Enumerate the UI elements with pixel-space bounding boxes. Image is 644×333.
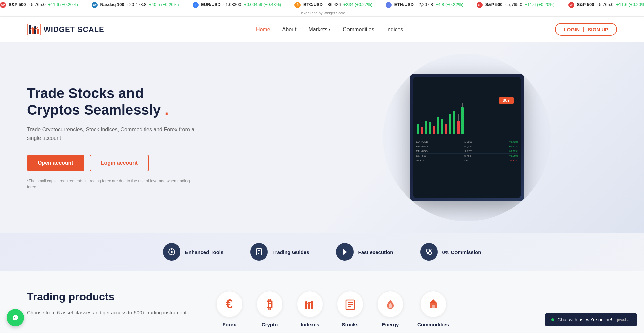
zero-commission-icon [420, 243, 438, 261]
energy-label: Energy [382, 322, 399, 327]
svg-marker-27 [430, 299, 437, 303]
svg-rect-21 [311, 301, 313, 309]
energy-icon [384, 298, 396, 310]
svg-rect-19 [305, 301, 307, 309]
product-energy[interactable]: Energy [377, 291, 404, 327]
svg-point-6 [171, 251, 173, 253]
feature-fast-execution: Fast execution [336, 243, 393, 261]
logo[interactable]: WIDGET SCALE [27, 22, 104, 37]
commodities-label: Commodities [417, 322, 449, 327]
hero-buttons: Open account Login account [27, 155, 201, 171]
hero-subtitle: Trade Cryptocurrencies, Stock Indices, C… [27, 125, 201, 143]
product-stocks[interactable]: Stocks [337, 291, 364, 327]
auth-button[interactable]: LOGIN | SIGN UP [555, 23, 617, 36]
products-subtitle: Choose from 6 asset classes and get acce… [27, 309, 189, 317]
hero-title: Trade Stocks and Cryptos Seamlessly . [27, 85, 201, 119]
ticker-attribution: Ticker Tape by Widget Scale [0, 10, 644, 17]
hero-circle: BUY [383, 54, 551, 221]
crypto-label: Crypto [262, 322, 278, 327]
product-indexes[interactable]: Indexes [297, 291, 323, 327]
hero-section: Trade Stocks and Cryptos Seamlessly . Tr… [0, 42, 644, 233]
stocks-icon-circle [337, 291, 364, 318]
login-account-button[interactable]: Login account [90, 155, 149, 171]
products-right: € Forex ₿ Crypto Indexes [216, 291, 449, 327]
mockup-screen: BUY [413, 77, 521, 198]
forex-label: Forex [223, 322, 236, 327]
feature-zero-commission-label: 0% Commission [442, 249, 481, 255]
nav-item-home[interactable]: Home [256, 26, 270, 33]
fast-execution-icon [336, 243, 354, 261]
signup-text: SIGN UP [588, 26, 608, 32]
product-forex[interactable]: € Forex [216, 291, 243, 327]
chat-widget-brand: jivochat [617, 317, 631, 322]
svg-rect-20 [308, 303, 310, 309]
feature-zero-commission: 0% Commission [420, 243, 481, 261]
nav-auth: LOGIN | SIGN UP [555, 23, 617, 36]
indexes-icon [304, 298, 316, 310]
crypto-icon-circle: ₿ [256, 291, 283, 318]
crypto-icon: ₿ [267, 298, 273, 311]
whatsapp-icon [11, 313, 20, 322]
chat-online-dot [551, 318, 554, 321]
feature-fast-execution-label: Fast execution [358, 249, 393, 255]
ticker-tape: SP S&P 500 · 5,765.0 +11.6 (+0.20%) 100 … [0, 0, 644, 10]
feature-enhanced-tools-label: Enhanced Tools [185, 249, 224, 255]
svg-marker-15 [343, 249, 347, 255]
features-bar: Enhanced Tools Trading Guides Fast execu… [0, 233, 644, 271]
stocks-label: Stocks [342, 322, 358, 327]
whatsapp-button[interactable] [7, 309, 24, 326]
svg-line-18 [427, 249, 431, 254]
nav-item-about[interactable]: About [282, 26, 297, 33]
chart-area [413, 77, 521, 137]
svg-rect-3 [34, 26, 36, 34]
nav-item-indices[interactable]: Indices [386, 26, 404, 33]
indexes-label: Indexes [301, 322, 319, 327]
trading-mockup: BUY [410, 74, 524, 201]
stocks-icon [344, 298, 356, 310]
nav-item-markets[interactable]: Markets ▾ [308, 26, 331, 33]
indexes-icon-circle [297, 291, 323, 318]
feature-trading-guides-label: Trading Guides [272, 249, 309, 255]
mockup-table: EUR/USD1.0830+0.43% BTC/USD86,426+0.27% … [413, 137, 521, 165]
products-title: Trading products [27, 291, 189, 303]
product-crypto[interactable]: ₿ Crypto [256, 291, 283, 327]
chat-widget[interactable]: Chat with us, we're online! jivochat [545, 313, 637, 326]
chat-widget-text: Chat with us, we're online! [557, 317, 612, 322]
products-left: Trading products Choose from 6 asset cla… [27, 291, 189, 317]
trading-guides-icon [250, 243, 268, 261]
nav-links: Home About Markets ▾ Commodities Indices [256, 26, 403, 33]
hero-disclaimer: *The small capital requirements in tradi… [27, 178, 195, 190]
hero-content: Trade Stocks and Cryptos Seamlessly . Tr… [0, 65, 228, 210]
enhanced-tools-icon [163, 243, 180, 261]
nav-link-indices[interactable]: Indices [386, 26, 404, 32]
auth-divider: | [583, 26, 584, 32]
hero-visual: BUY [290, 42, 644, 233]
logo-text: WIDGET SCALE [44, 25, 104, 34]
ticker-inner: SP S&P 500 · 5,765.0 +11.6 (+0.20%) 100 … [0, 2, 644, 8]
svg-rect-4 [37, 29, 39, 34]
product-commodities[interactable]: Commodities [417, 291, 449, 327]
nav-item-commodities[interactable]: Commodities [343, 26, 374, 33]
forex-icon: € [226, 297, 233, 311]
nav-link-home[interactable]: Home [256, 26, 270, 32]
feature-enhanced-tools: Enhanced Tools [163, 243, 224, 261]
feature-trading-guides: Trading Guides [250, 243, 309, 261]
nav-link-markets[interactable]: Markets [308, 26, 327, 33]
hero-dot: . [161, 102, 168, 118]
navbar: WIDGET SCALE Home About Markets ▾ Commod… [0, 17, 644, 42]
login-text: LOGIN [564, 26, 580, 32]
nav-link-about[interactable]: About [282, 26, 297, 32]
open-account-button[interactable]: Open account [27, 155, 84, 171]
chevron-down-icon: ▾ [329, 27, 331, 32]
svg-rect-28 [432, 305, 435, 308]
nav-link-commodities[interactable]: Commodities [343, 26, 374, 32]
commodities-icon [427, 298, 439, 310]
commodities-icon-circle [420, 291, 447, 318]
logo-icon [27, 22, 41, 37]
mockup-buy-btn: BUY [499, 97, 514, 104]
forex-icon-circle: € [216, 291, 243, 318]
energy-icon-circle [377, 291, 404, 318]
